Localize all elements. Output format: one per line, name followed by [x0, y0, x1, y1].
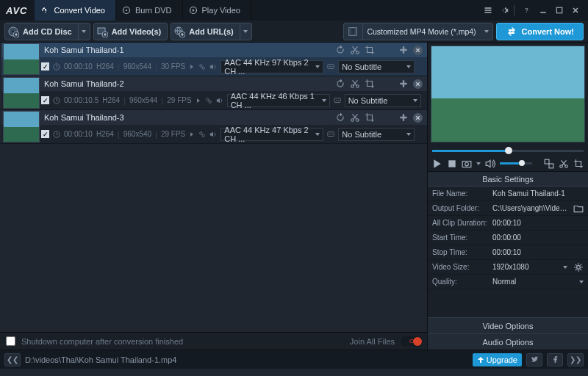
refresh-icon[interactable]	[335, 79, 345, 89]
speaker-icon	[209, 131, 217, 138]
quality-value[interactable]: Normal	[492, 278, 576, 286]
cut-icon[interactable]	[559, 159, 569, 169]
help-icon[interactable]: ?	[520, 4, 534, 17]
svg-rect-43	[448, 160, 455, 167]
shutdown-checkbox[interactable]	[6, 336, 15, 346]
tab-burn-dvd[interactable]: Burn DVD	[116, 0, 183, 21]
minimize-icon[interactable]	[537, 4, 550, 17]
chevron-down-icon[interactable]	[579, 281, 584, 283]
clock-icon	[53, 97, 60, 104]
maximize-icon[interactable]	[553, 4, 566, 17]
remove-icon[interactable]	[413, 113, 423, 123]
play-button[interactable]	[432, 159, 442, 169]
subtitle-select[interactable]: No Subtitle	[345, 94, 421, 107]
refresh-icon[interactable]	[335, 45, 345, 55]
folder-icon[interactable]	[573, 203, 584, 214]
svg-rect-4	[540, 12, 546, 13]
tab-play-video[interactable]: Play Video	[183, 0, 251, 21]
speaker-icon	[216, 97, 223, 104]
chevron-down-icon[interactable]	[563, 266, 567, 269]
dropdown-arrow[interactable]	[481, 24, 492, 40]
codec: H264	[96, 130, 114, 138]
film-icon	[344, 24, 363, 40]
snapshot-button[interactable]	[462, 159, 472, 169]
svg-point-32	[337, 99, 337, 100]
subtitle-select[interactable]: No Subtitle	[338, 60, 415, 73]
facebook-icon[interactable]	[547, 353, 563, 366]
add-icon[interactable]	[398, 45, 409, 55]
prev-button[interactable]: ❮❮	[4, 353, 21, 366]
seek-slider[interactable]	[432, 145, 584, 156]
volume-icon[interactable]	[485, 159, 495, 169]
cut-icon[interactable]	[350, 112, 360, 123]
chevron-down-icon[interactable]	[476, 162, 481, 165]
tab-convert-video[interactable]: Convert Video	[35, 0, 116, 21]
refresh-icon	[40, 6, 49, 15]
cut-icon[interactable]	[350, 45, 360, 55]
cut-icon[interactable]	[350, 79, 360, 89]
twitter-icon[interactable]	[526, 353, 542, 366]
thumbnail[interactable]	[3, 43, 40, 75]
dropdown-arrow[interactable]	[240, 24, 251, 40]
play-icon	[189, 6, 198, 15]
add-cd-button[interactable]: Add CD Disc	[4, 23, 90, 40]
audio-select[interactable]: AAC 44 KHz 47 Kbps 2 CH ...	[220, 128, 323, 141]
crop-icon[interactable]	[365, 45, 375, 55]
settings-icon[interactable]	[498, 4, 511, 17]
svg-point-1	[126, 10, 127, 11]
list-item[interactable]: Koh Samui Thailand-2 ✓ 00:00:10.5 H264| …	[0, 76, 427, 110]
output-profile-select[interactable]: Customized MP4 Movie (*.mp4)	[343, 23, 493, 40]
video-list: Koh Samui Thailand-1 ✓ 00:00:10 H264| 96…	[0, 43, 427, 332]
item-checkbox[interactable]: ✓	[41, 96, 49, 104]
audio-options-button[interactable]: Audio Options	[428, 333, 588, 350]
remove-icon[interactable]	[413, 79, 423, 89]
crop-icon[interactable]	[365, 79, 375, 89]
svg-point-41	[331, 133, 331, 134]
gear-icon[interactable]	[573, 262, 584, 272]
audio-select[interactable]: AAC 44 KHz 97 Kbps 2 CH ...	[220, 60, 323, 73]
stop-button[interactable]	[447, 159, 457, 169]
codec: H264	[102, 96, 120, 104]
add-videos-button[interactable]: Add Video(s)	[93, 23, 168, 40]
start-time-value[interactable]: 00:00:00	[492, 234, 584, 242]
video-size-value[interactable]: 1920x1080	[492, 263, 560, 271]
outfolder-value[interactable]: C:\Users\yangh\Videos...	[492, 204, 570, 212]
refresh-icon[interactable]	[335, 112, 345, 123]
thumbnail[interactable]	[3, 77, 40, 109]
link-icon[interactable]	[198, 63, 206, 70]
add-icon[interactable]	[398, 79, 409, 89]
audio-select[interactable]: AAC 44 KHz 46 Kbps 1 CH ...	[227, 94, 330, 107]
video-preview[interactable]	[431, 46, 585, 142]
item-checkbox[interactable]: ✓	[41, 130, 49, 138]
tab-label: Convert Video	[54, 6, 105, 15]
add-icon[interactable]	[398, 112, 409, 123]
disc-icon	[122, 6, 131, 15]
item-checkbox[interactable]: ✓	[41, 62, 49, 70]
link-icon[interactable]	[205, 97, 212, 104]
subtitle-select[interactable]: No Subtitle	[338, 128, 415, 141]
crop-icon[interactable]	[573, 159, 584, 169]
crop-icon[interactable]	[365, 112, 375, 123]
video-options-button[interactable]: Video Options	[428, 317, 588, 333]
thumbnail[interactable]	[3, 111, 40, 142]
svg-rect-46	[545, 159, 549, 164]
filename-value[interactable]: Koh Samui Thailand-1	[492, 189, 584, 198]
stop-time-value[interactable]: 00:00:10	[492, 248, 584, 256]
menu-icon[interactable]	[481, 4, 495, 17]
next-button[interactable]: ❯❯	[567, 353, 584, 366]
svg-point-45	[465, 162, 469, 166]
close-icon[interactable]	[569, 4, 582, 17]
remove-icon[interactable]	[413, 46, 423, 55]
list-item[interactable]: Koh Samui Thailand-3 ✓ 00:00:10 H264| 96…	[0, 110, 427, 144]
chevron-right-icon	[189, 131, 195, 137]
dropdown-arrow[interactable]	[78, 24, 90, 40]
volume-slider[interactable]	[500, 162, 532, 164]
detach-icon[interactable]	[544, 159, 554, 169]
list-item[interactable]: Koh Samui Thailand-1 ✓ 00:00:10 H264| 96…	[0, 43, 427, 76]
convert-now-button[interactable]: Convert Now!	[496, 23, 584, 40]
item-title: Koh Samui Thailand-1	[41, 46, 331, 54]
add-urls-button[interactable]: Add URL(s)	[171, 23, 252, 40]
link-icon[interactable]	[198, 131, 206, 138]
button-label: Add URL(s)	[187, 27, 240, 36]
upgrade-button[interactable]: Upgrade	[473, 353, 522, 366]
